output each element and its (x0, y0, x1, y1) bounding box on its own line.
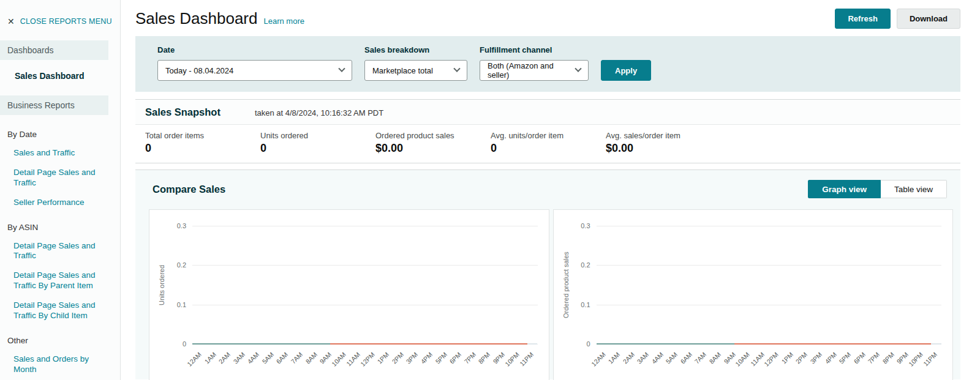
y-tick-label: 0.2 (177, 261, 186, 269)
stat-value: 0 (260, 142, 375, 155)
x-tick-label: 12AM (186, 351, 203, 368)
learn-more-link[interactable]: Learn more (263, 17, 304, 26)
x-tick: 4AM (653, 346, 668, 378)
fulfillment-channel-field: Fulfillment channel Both (Amazon and sel… (480, 45, 589, 81)
x-tick: 6PM (855, 346, 870, 378)
x-tick: 8PM (480, 346, 494, 378)
snapshot-timestamp: taken at 4/8/2024, 10:16:32 AM PDT (255, 108, 383, 117)
snapshot-stat: Avg. sales/order item $0.00 (606, 131, 721, 155)
snapshot-stat: Avg. units/order item 0 (491, 131, 606, 155)
axis-line-tail (931, 343, 941, 345)
x-tick: 3PM (407, 346, 422, 378)
y-tick-label: 0.2 (581, 261, 590, 269)
series-orange-line (330, 343, 527, 345)
filter-bar: Date Today - 08.04.2024 Sales breakdown … (135, 36, 960, 92)
sidebar-section-dashboards[interactable]: Dashboards (0, 40, 108, 60)
gridline (597, 305, 942, 305)
y-tick-label: 0 (586, 340, 590, 348)
sidebar-link[interactable]: Seller Performance (13, 198, 100, 208)
apply-button[interactable]: Apply (601, 60, 651, 81)
charts-row: Units ordered 0.3 0.2 (149, 209, 953, 380)
gridline (192, 226, 538, 226)
stat-label: Units ordered (260, 131, 375, 140)
date-label: Date (157, 45, 352, 54)
x-tick: 3AM (638, 346, 653, 378)
close-reports-menu-button[interactable]: ✕ CLOSE REPORTS MENU (0, 17, 120, 26)
sidebar-links-other: Sales and Orders by Month (13, 354, 100, 375)
sidebar-link[interactable]: Detail Page Sales and Traffic By Child I… (13, 300, 100, 321)
x-tick: 4AM (249, 346, 263, 378)
sidebar-link[interactable]: Sales and Traffic (13, 148, 100, 158)
stat-value: 0 (491, 142, 606, 155)
y-tick-label: 0.3 (177, 222, 186, 229)
x-tick-label: 12AM (590, 351, 607, 368)
x-tick: 2PM (393, 346, 408, 378)
sidebar-group-by-asin: By ASIN (7, 223, 120, 232)
series-orange-line (734, 343, 931, 345)
x-tick: 1PM (783, 346, 797, 378)
zero-data-line (192, 343, 538, 345)
sidebar-link[interactable]: Detail Page Sales and Traffic By Parent … (13, 270, 100, 291)
ordered-product-sales-chart: Ordered product sales 0.3 0.2 (553, 209, 954, 380)
y-tick-label: 0 (183, 340, 186, 348)
x-tick: 2AM (624, 346, 639, 378)
gridline (597, 226, 942, 226)
snapshot-stats: Total order items 0 Units ordered 0 Orde… (135, 125, 960, 163)
sales-breakdown-select[interactable]: Marketplace total (364, 60, 467, 81)
sidebar-links-by-date: Sales and TrafficDetail Page Sales and T… (13, 148, 100, 208)
sales-breakdown-field: Sales breakdown Marketplace total (364, 45, 467, 81)
snapshot-stat: Total order items 0 (145, 131, 260, 155)
date-select-value: Today - 08.04.2024 (165, 66, 233, 75)
x-tick: 8AM (307, 346, 322, 378)
fulfillment-channel-label: Fulfillment channel (480, 45, 589, 54)
main-content: Sales Dashboard Learn more Refresh Downl… (121, 0, 980, 380)
x-tick: 3PM (812, 346, 826, 378)
reports-sidebar: ✕ CLOSE REPORTS MENU Dashboards Sales Da… (0, 0, 121, 380)
graph-view-button[interactable]: Graph view (808, 180, 881, 198)
x-tick: 8AM (710, 346, 725, 378)
fulfillment-channel-select[interactable]: Both (Amazon and seller) (480, 60, 589, 81)
sidebar-link[interactable]: Detail Page Sales and Traffic (13, 168, 100, 188)
x-tick: 6AM (682, 346, 696, 378)
sidebar-group-other: Other (7, 336, 120, 345)
sidebar-link[interactable]: Detail Page Sales and Traffic (13, 241, 100, 262)
y-axis-label: Units ordered (158, 226, 165, 344)
close-reports-menu-label: CLOSE REPORTS MENU (20, 17, 112, 26)
stat-value: 0 (145, 142, 260, 155)
stat-label: Avg. sales/order item (606, 131, 721, 140)
x-tick: 1AM (609, 346, 624, 378)
compare-sales-title: Compare Sales (153, 184, 225, 195)
view-toggle: Graph view Table view (808, 180, 947, 198)
chevron-down-icon (338, 65, 345, 72)
x-tick: 11PM (927, 346, 941, 378)
sidebar-item-sales-dashboard[interactable]: Sales Dashboard (15, 71, 120, 81)
series-teal-line (597, 343, 734, 345)
sidebar-link[interactable]: Sales and Orders by Month (13, 354, 100, 375)
gridline (597, 265, 942, 266)
close-icon: ✕ (7, 17, 15, 26)
y-tick-label: 0.1 (581, 301, 590, 308)
sidebar-links-by-asin: Detail Page Sales and TrafficDetail Page… (13, 241, 100, 321)
table-view-button[interactable]: Table view (881, 180, 947, 198)
x-tick: 7AM (292, 346, 307, 378)
stat-value: $0.00 (606, 142, 721, 155)
refresh-button[interactable]: Refresh (835, 9, 890, 29)
chevron-down-icon (575, 65, 581, 72)
x-tick: 12PM (768, 346, 783, 378)
x-tick: 1AM (206, 346, 221, 378)
x-tick: 5PM (437, 346, 451, 378)
x-tick: 12AM (595, 346, 610, 378)
download-button[interactable]: Download (897, 9, 960, 29)
sales-snapshot-section: Sales Snapshot taken at 4/8/2024, 10:16:… (135, 99, 960, 163)
y-tick-label: 0.3 (581, 222, 590, 229)
date-select[interactable]: Today - 08.04.2024 (157, 60, 352, 81)
compare-sales-section: Compare Sales Graph view Table view Unit… (135, 170, 960, 379)
page-header: Sales Dashboard Learn more Refresh Downl… (135, 9, 960, 29)
x-tick: 1PM (379, 346, 393, 378)
fulfillment-channel-value: Both (Amazon and seller) (488, 61, 576, 80)
plot-area: 0.3 0.2 0.1 0 (192, 226, 538, 344)
series-teal-line (192, 343, 330, 345)
sidebar-group-by-date: By Date (7, 130, 120, 139)
sidebar-section-business-reports[interactable]: Business Reports (0, 95, 108, 115)
x-tick: 11PM (523, 346, 538, 378)
